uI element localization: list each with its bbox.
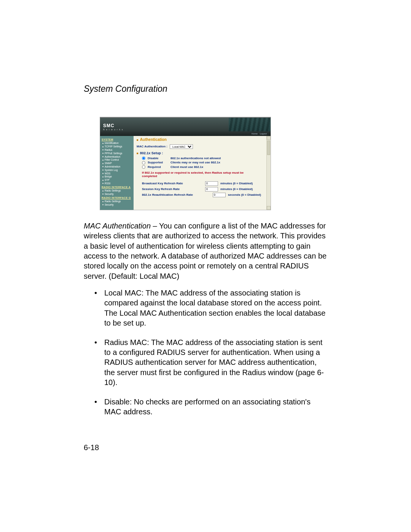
header-linkbar: Home Logout — [100, 131, 271, 136]
mac-auth-select[interactable]: Local MAC — [170, 144, 193, 149]
sidebar: SYSTEM Identification TCP/IP Settings Ra… — [100, 136, 134, 210]
scroll-thumb[interactable] — [267, 141, 270, 155]
sidebar-item[interactable]: Security — [102, 193, 132, 196]
sidebar-group-system: SYSTEM — [102, 138, 132, 141]
sidebar-item[interactable]: TCP/IP Settings — [102, 145, 132, 148]
bullet-item: Disable: No checks are performed on an a… — [94, 397, 327, 417]
reauth-input[interactable] — [213, 193, 226, 197]
panel-title: ■Authentication — [137, 137, 268, 142]
sidebar-item[interactable]: STP — [102, 179, 132, 182]
opt-required-radio[interactable] — [142, 165, 145, 169]
opt-required-label: Required — [148, 165, 168, 169]
broadcast-key-label: Broadcast Key Refresh Rate — [142, 182, 203, 185]
sidebar-item[interactable]: Radius — [102, 149, 132, 152]
sidebar-item[interactable]: WDS — [102, 172, 132, 175]
home-link[interactable]: Home — [252, 133, 258, 135]
scrollbar[interactable] — [266, 136, 271, 210]
body-paragraph: MAC Authentication – You can configure a… — [84, 221, 327, 281]
scroll-up-icon[interactable] — [267, 136, 271, 140]
opt-supported-label: Supported — [148, 161, 168, 165]
sidebar-group-radio-g: RADIO INTERFACE G — [102, 197, 132, 200]
sidebar-item[interactable]: Radio Settings — [102, 200, 132, 203]
sidebar-group-radio-a: RADIO INTERFACE A — [102, 186, 132, 189]
broadcast-key-input[interactable] — [205, 181, 218, 186]
brand-logo: SMC — [103, 123, 123, 128]
opt-supported-radio[interactable] — [142, 161, 145, 165]
sidebar-item[interactable]: Bridge — [102, 175, 132, 178]
bullet-list: Local MAC: The MAC address of the associ… — [84, 288, 327, 417]
reauth-label: 802.1x Reauthtication Refresh Rate — [142, 193, 210, 197]
opt-supported-desc: Clients may or may not use 802.1x — [170, 161, 220, 165]
setup-subtitle: ■802.1x Setup : — [137, 151, 268, 155]
opt-disable-desc: 802.1x authentications not allowed — [170, 157, 221, 160]
session-key-unit: minutes (0 = Disabled) — [220, 187, 253, 191]
opt-disable-label: Disable — [148, 157, 168, 160]
sidebar-item[interactable]: PPPoE Settings — [102, 152, 132, 155]
session-key-label: Session Key Refresh Rate — [142, 187, 203, 191]
bullet-item: Radius MAC: The MAC address of the assoc… — [94, 337, 327, 388]
sidebar-item[interactable]: SNMP — [102, 162, 132, 165]
broadcast-key-unit: minutes (0 = Disabled) — [220, 182, 253, 185]
sidebar-item[interactable]: Radio Settings — [102, 189, 132, 192]
session-key-input[interactable] — [205, 187, 218, 192]
scroll-down-icon[interactable] — [267, 206, 271, 210]
mac-auth-label: MAC Authentication : — [137, 145, 167, 149]
radius-note: If 802.1x supported or required is selec… — [142, 171, 256, 178]
page-number: 6-18 — [84, 443, 99, 452]
main-panel: ■Authentication MAC Authentication : Loc… — [134, 136, 271, 210]
sidebar-item[interactable]: Identification — [102, 142, 132, 145]
term-mac-authentication: MAC Authentication — [84, 222, 151, 230]
logout-link[interactable]: Logout — [260, 133, 267, 135]
header-decoration — [229, 118, 271, 131]
opt-required-desc: Client must use 802.1x — [170, 165, 203, 169]
opt-disable-radio[interactable] — [142, 157, 145, 160]
sidebar-item[interactable]: System Log — [102, 169, 132, 172]
app-header: SMC N e t w o r k s — [100, 118, 271, 131]
section-title: System Configuration — [84, 84, 327, 94]
sidebar-item[interactable]: RSSI — [102, 182, 132, 185]
sidebar-item[interactable]: Authentication — [102, 155, 132, 158]
embedded-screenshot: SMC N e t w o r k s Home Logout SYSTEM I… — [100, 117, 271, 210]
sidebar-item[interactable]: Security — [102, 203, 132, 206]
bullet-item: Local MAC: The MAC address of the associ… — [94, 288, 327, 328]
reauth-unit: seconds (0 = Disabled) — [228, 193, 261, 197]
brand-subtext: N e t w o r k s — [103, 128, 123, 131]
sidebar-item[interactable]: Administration — [102, 165, 132, 168]
sidebar-item[interactable]: Filter Control — [102, 158, 132, 161]
